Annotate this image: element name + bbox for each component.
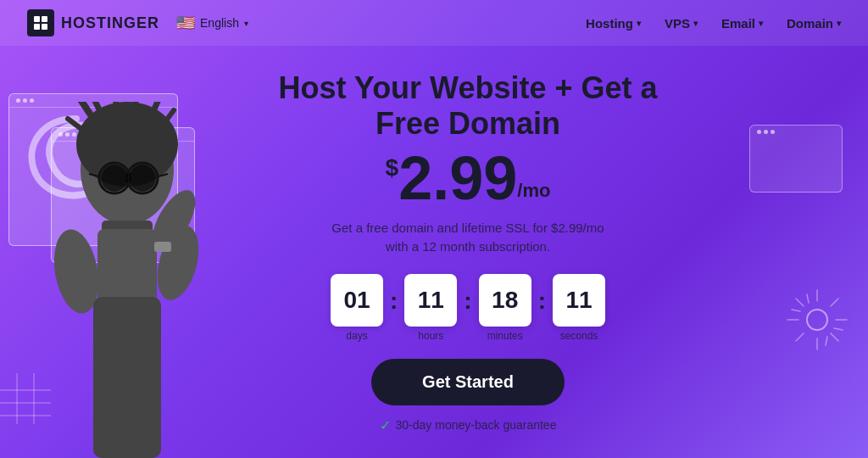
browser-window-right [749, 125, 843, 193]
nav-right: Hosting ▾ VPS ▾ Email ▾ Domain ▾ [586, 16, 841, 31]
countdown-hours: 11 hours [404, 274, 457, 342]
vps-label: VPS [665, 16, 690, 31]
minutes-label: minutes [487, 330, 523, 342]
right-decoration [732, 125, 851, 379]
dot-1 [16, 98, 20, 103]
domain-label: Domain [787, 16, 833, 31]
svg-rect-1 [42, 16, 47, 22]
price-dollar-sign: $ [386, 156, 399, 180]
minutes-box: 18 [479, 274, 531, 327]
countdown-timer: 01 days : 11 hours : 18 minutes : 11 sec… [256, 274, 680, 342]
logo[interactable]: HOSTINGER [27, 9, 159, 36]
nav-item-vps[interactable]: VPS ▾ [665, 16, 698, 31]
sub-description: Get a free domain and lifetime SSL for $… [256, 219, 680, 257]
sun-decoration [783, 286, 851, 354]
chevron-down-icon: ▾ [759, 19, 763, 28]
colon-separator-3: : [538, 288, 546, 315]
svg-line-40 [796, 333, 804, 341]
countdown-seconds: 11 seconds [553, 274, 605, 342]
svg-point-15 [101, 165, 128, 192]
countdown-minutes: 18 minutes [479, 274, 531, 342]
svg-line-44 [834, 328, 843, 330]
nav-item-domain[interactable]: Domain ▾ [787, 16, 841, 31]
hosting-label: Hosting [586, 16, 633, 31]
email-label: Email [721, 16, 755, 31]
hero-image-container [0, 85, 271, 458]
main-section: Host Your Website + Get a Free Domain $ … [0, 46, 868, 458]
hours-label: hours [418, 330, 443, 342]
nav-item-email[interactable]: Email ▾ [721, 16, 763, 31]
seconds-box: 11 [553, 274, 605, 327]
nav-left: HOSTINGER 🇺🇸 English ▾ [27, 9, 248, 36]
chevron-down-icon: ▾ [693, 19, 698, 28]
days-label: days [346, 330, 367, 342]
hours-box: 11 [404, 274, 457, 327]
colon-separator-2: : [464, 288, 471, 315]
svg-rect-3 [42, 24, 47, 30]
dot-1 [757, 130, 761, 134]
price-display: $ 2.99 /mo [256, 148, 680, 209]
svg-line-43 [792, 310, 800, 311]
svg-line-41 [807, 294, 809, 303]
person-image [25, 102, 229, 458]
get-started-button[interactable]: Get Started [371, 359, 565, 405]
check-icon: ✓ [380, 417, 391, 433]
dot-3 [771, 130, 775, 134]
svg-rect-26 [154, 242, 171, 252]
logo-text: HOSTINGER [61, 14, 159, 32]
hero-headline: Host Your Website + Get a Free Domain [256, 70, 680, 141]
language-selector[interactable]: 🇺🇸 English ▾ [176, 14, 248, 32]
chevron-down-icon: ▾ [244, 19, 248, 28]
chevron-down-icon: ▾ [637, 19, 641, 28]
svg-point-16 [129, 165, 156, 192]
svg-rect-2 [34, 24, 40, 30]
svg-line-38 [831, 333, 838, 341]
dot-2 [764, 130, 768, 134]
language-label: English [200, 16, 239, 30]
svg-rect-25 [93, 297, 161, 458]
guarantee-text: ✓ 30-day money-back guarantee [256, 417, 680, 433]
seconds-label: seconds [560, 330, 598, 342]
svg-line-39 [831, 299, 838, 306]
flag-icon: 🇺🇸 [176, 14, 195, 32]
price-period: /mo [517, 182, 550, 200]
navbar: HOSTINGER 🇺🇸 English ▾ Hosting ▾ VPS ▾ E… [0, 0, 868, 46]
colon-separator-1: : [390, 288, 398, 315]
days-box: 01 [331, 274, 383, 327]
nav-item-hosting[interactable]: Hosting ▾ [586, 16, 641, 31]
svg-rect-21 [97, 229, 157, 305]
countdown-days: 01 days [331, 274, 383, 342]
price-amount: 2.99 [398, 148, 517, 209]
svg-point-32 [807, 310, 827, 330]
chevron-down-icon: ▾ [837, 19, 841, 28]
svg-rect-0 [34, 16, 40, 22]
logo-icon [27, 9, 54, 36]
svg-line-42 [826, 337, 827, 345]
svg-line-6 [76, 102, 93, 119]
hero-content: Host Your Website + Get a Free Domain $ … [256, 70, 680, 433]
logo-svg [32, 14, 49, 31]
person-svg [25, 102, 229, 458]
svg-line-37 [796, 299, 804, 306]
